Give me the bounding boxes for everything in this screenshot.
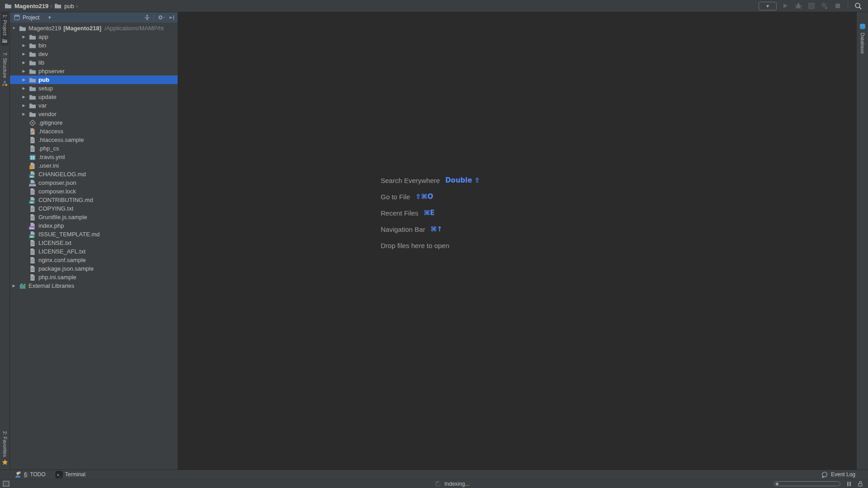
chevron-collapsed-icon[interactable]: ▶ <box>21 69 26 73</box>
toolwindow-toggle-icon[interactable] <box>3 481 9 487</box>
coverage-icon[interactable] <box>807 1 816 10</box>
settings-gear-icon[interactable] <box>157 14 165 21</box>
tree-row[interactable]: Gruntfile.js.sample <box>10 213 178 221</box>
toolwindow-button-label: Event Log <box>831 471 855 478</box>
project-view-icon <box>14 14 20 20</box>
tree-row[interactable]: .travis.yml <box>10 153 178 161</box>
chevron-collapsed-icon[interactable]: ▶ <box>21 95 26 99</box>
breadcrumb-separator: › <box>50 2 52 9</box>
tree-row[interactable]: COPYING.txt <box>10 204 178 213</box>
tree-row-folder[interactable]: ▶vendor <box>10 110 178 118</box>
tree-row-folder[interactable]: ▶lib <box>10 58 178 67</box>
tree-row[interactable]: LICENSE.txt <box>10 239 178 247</box>
extlib-icon <box>19 282 26 290</box>
tree-row-folder[interactable]: ▶setup <box>10 84 178 93</box>
tree-row[interactable]: .htaccess <box>10 127 178 136</box>
pause-icon[interactable] <box>847 481 851 487</box>
tree-row[interactable]: .php_cs <box>10 144 178 153</box>
tree-item-label: .travis.yml <box>38 154 65 160</box>
text-icon <box>29 136 36 144</box>
md-icon: MD <box>29 231 36 238</box>
tree-item-label: vendor <box>38 111 57 117</box>
chevron-collapsed-icon[interactable]: ▶ <box>21 43 26 47</box>
tree-item-label: app <box>38 33 48 40</box>
tree-row[interactable]: MDISSUE_TEMPLATE.md <box>10 230 178 239</box>
shortcut-label: Drop files here to open <box>381 242 449 249</box>
tab-label: 1: Project <box>2 14 8 35</box>
shortcut-keys: ⌘E <box>424 209 434 217</box>
tree-row[interactable]: LICENSE_AFL.txt <box>10 247 178 256</box>
collapse-all-icon[interactable] <box>144 14 151 21</box>
chevron-collapsed-icon[interactable]: ▶ <box>11 284 16 288</box>
tree-row-folder[interactable]: ▶bin <box>10 41 178 50</box>
tree-row[interactable]: MDCHANGELOG.md <box>10 170 178 178</box>
tree-item-label: ISSUE_TEMPLATE.md <box>38 231 100 238</box>
tree-row[interactable]: .user.ini <box>10 161 178 170</box>
breadcrumb-item[interactable]: pub <box>54 2 74 9</box>
tree-row[interactable]: composer.lock <box>10 187 178 196</box>
chevron-down-icon[interactable]: ▼ <box>47 15 52 20</box>
tree-row[interactable]: JSONcomposer.json <box>10 178 178 187</box>
search-icon[interactable] <box>854 1 863 10</box>
ide-window: Magento219›pub› ▼ <box>0 0 868 488</box>
toolwindow-button-terminal[interactable]: >_Terminal <box>56 471 85 478</box>
tree-row[interactable]: .gitignore <box>10 118 178 127</box>
tree-item-label: composer.lock <box>38 188 76 195</box>
tree-row-folder[interactable]: ▶dev <box>10 50 178 58</box>
text-icon <box>29 188 36 195</box>
profiler-icon[interactable] <box>820 1 829 10</box>
text-icon <box>29 145 36 152</box>
shortcut-label: Search Everywhere <box>381 177 440 184</box>
chevron-collapsed-icon[interactable]: ▶ <box>21 86 26 90</box>
toolwindow-button-todo[interactable]: 6: TODO <box>14 471 46 478</box>
shortcut-keys: ⇧⌘O <box>415 192 433 201</box>
tree-row[interactable]: nginx.conf.sample <box>10 256 178 264</box>
tool-window-tab-favorites[interactable]: 2: Favorites <box>1 429 9 468</box>
shortcut-hint-row: Go to File⇧⌘O <box>381 192 480 201</box>
tree-item-label: php.ini.sample <box>38 274 76 281</box>
shortcut-hint-row: Drop files here to open <box>381 241 480 249</box>
chevron-collapsed-icon[interactable]: ▶ <box>21 52 26 56</box>
unlock-icon[interactable] <box>858 481 863 487</box>
toolwindow-button-label: 6: TODO <box>24 471 46 478</box>
folder-icon <box>29 111 36 118</box>
tree-row[interactable]: .htaccess.sample <box>10 136 178 144</box>
tree-row-folder[interactable]: ▶update <box>10 93 178 101</box>
stop-icon[interactable] <box>833 1 842 10</box>
tree-row[interactable]: package.json.sample <box>10 264 178 273</box>
tool-window-tab-database[interactable]: Database <box>859 21 867 56</box>
editor-area: Search EverywhereDouble ⇧Go to File⇧⌘ORe… <box>178 12 856 469</box>
debug-icon[interactable] <box>794 1 803 10</box>
tree-row-folder[interactable]: ▶phpserver <box>10 67 178 75</box>
database-icon <box>859 23 866 30</box>
tree-row[interactable]: php.ini.sample <box>10 273 178 282</box>
terminal-icon: >_ <box>56 471 62 478</box>
tree-item-label: COPYING.txt <box>38 205 73 212</box>
tool-window-tab-project[interactable]: 1: Project <box>1 12 9 46</box>
tree-item-label: Magento219 <box>28 25 61 32</box>
folder-icon <box>29 51 36 58</box>
chevron-expanded-icon[interactable]: ▼ <box>11 26 16 30</box>
breadcrumb-item[interactable]: Magento219 <box>5 2 48 9</box>
tool-window-tab-structure[interactable]: 7: Structure <box>1 50 9 89</box>
tree-row[interactable]: ▶External Libraries <box>10 282 178 290</box>
run-icon[interactable] <box>781 1 790 10</box>
tree-item-label: LICENSE.txt <box>38 239 71 246</box>
chevron-collapsed-icon[interactable]: ▶ <box>21 35 26 39</box>
chevron-collapsed-icon[interactable]: ▶ <box>21 78 26 82</box>
tree-row[interactable]: phpindex.php <box>10 221 178 230</box>
git-icon <box>29 119 36 127</box>
chevron-collapsed-icon[interactable]: ▶ <box>21 61 26 65</box>
tree-row[interactable]: MDCONTRIBUTING.md <box>10 196 178 204</box>
tree-row-folder[interactable]: ▶var <box>10 101 178 110</box>
tree-row-folder[interactable]: ▶app <box>10 33 178 41</box>
tab-label: 2: Favorites <box>2 431 8 457</box>
tree-item-label: .htaccess.sample <box>38 136 84 143</box>
toolwindow-button-eventlog[interactable]: Event Log <box>821 471 855 478</box>
run-config-dropdown[interactable]: ▼ <box>759 2 777 10</box>
hide-panel-icon[interactable] <box>169 14 175 21</box>
chevron-collapsed-icon[interactable]: ▶ <box>21 112 26 116</box>
tree-row-folder[interactable]: ▶pub <box>10 75 178 84</box>
chevron-collapsed-icon[interactable]: ▶ <box>21 103 26 108</box>
tree-row-folder[interactable]: ▼Magento219[Magento218]/Applications/MAM… <box>10 24 178 33</box>
